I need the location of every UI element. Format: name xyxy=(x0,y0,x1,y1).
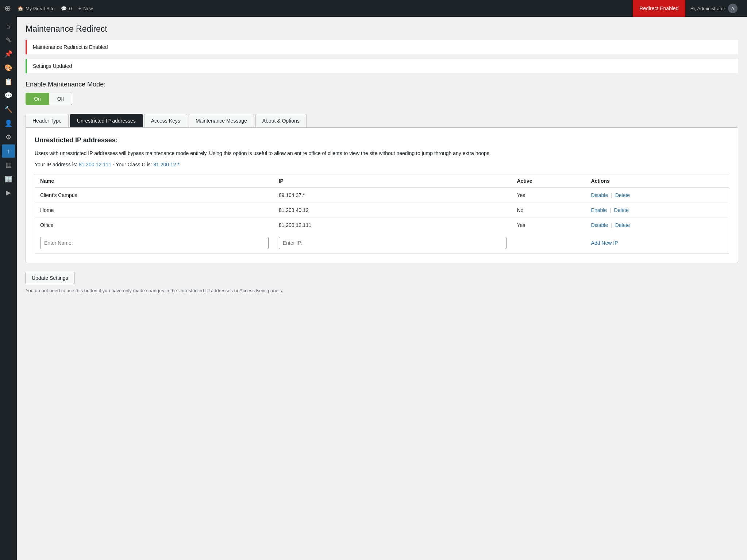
site-name-link[interactable]: 🏠 My Great Site xyxy=(18,6,54,11)
tab-access-keys[interactable]: Access Keys xyxy=(144,114,187,127)
toggle-group: On Off xyxy=(26,93,738,105)
action-disable-link[interactable]: Disable xyxy=(591,192,608,198)
comment-icon: 💬 xyxy=(61,6,67,11)
comments-count: 0 xyxy=(69,6,72,11)
row-active: Yes xyxy=(512,218,586,233)
new-label: New xyxy=(83,6,93,11)
sidebar-item-building[interactable]: 🏢 xyxy=(2,172,15,185)
add-new-ip-button[interactable]: Add New IP xyxy=(591,240,618,246)
table-row: Office81.200.12.111YesDisable | Delete xyxy=(35,218,729,233)
sidebar: ⌂ ✎ 📌 🎨 📋 💬 🔨 👤 ⚙ ↑ ▦ 🏢 ▶ xyxy=(0,17,17,560)
class-c-link[interactable]: 81.200.12.* xyxy=(153,162,180,167)
row-actions: Disable | Delete xyxy=(586,218,729,233)
avatar: A xyxy=(728,4,738,13)
add-ip-row: Add New IP xyxy=(35,232,729,254)
table-row: Client's Campus89.104.37.*YesDisable | D… xyxy=(35,188,729,203)
tab-panel: Unrestricted IP addresses: Users with un… xyxy=(26,127,738,263)
action-delete-link[interactable]: Delete xyxy=(614,207,629,213)
ip-table: Name IP Active Actions Client's Campus89… xyxy=(35,174,729,254)
sidebar-item-customize[interactable]: 🎨 xyxy=(2,61,15,74)
action-enable-link[interactable]: Enable xyxy=(591,207,607,213)
action-disable-link[interactable]: Disable xyxy=(591,222,608,228)
add-new-cell: Add New IP xyxy=(586,232,729,254)
update-note: You do not need to use this button if yo… xyxy=(26,288,738,293)
table-header-row: Name IP Active Actions xyxy=(35,174,729,188)
comments-link[interactable]: 💬 0 xyxy=(61,6,72,11)
new-content-link[interactable]: + New xyxy=(78,6,93,11)
site-name: My Great Site xyxy=(26,6,54,11)
action-delete-link[interactable]: Delete xyxy=(615,192,630,198)
action-delete-link[interactable]: Delete xyxy=(615,222,630,228)
sidebar-item-play[interactable]: ▶ xyxy=(2,186,15,199)
toggle-on-button[interactable]: On xyxy=(26,93,49,105)
sidebar-item-users[interactable]: 👤 xyxy=(2,117,15,130)
add-active-cell xyxy=(512,232,586,254)
tab-maintenance-message[interactable]: Maintenance Message xyxy=(189,114,254,127)
sidebar-item-pin[interactable]: 📌 xyxy=(2,47,15,61)
plus-icon: + xyxy=(78,6,81,11)
col-actions: Actions xyxy=(586,174,729,188)
page-title: Maintenance Redirect xyxy=(26,24,738,34)
current-ip-link[interactable]: 81.200.12.111 xyxy=(79,162,112,167)
update-settings-button[interactable]: Update Settings xyxy=(26,272,74,284)
redirect-enabled-button[interactable]: Redirect Enabled xyxy=(633,0,685,17)
col-active: Active xyxy=(512,174,586,188)
col-ip: IP xyxy=(274,174,512,188)
row-active: No xyxy=(512,203,586,218)
admin-menu[interactable]: Hi, Administrator A xyxy=(685,0,743,17)
row-name: Client's Campus xyxy=(35,188,274,203)
content-area: Maintenance Redirect Maintenance Redirec… xyxy=(17,17,747,560)
topbar: ⊕ 🏠 My Great Site 💬 0 + New Redirect Ena… xyxy=(0,0,747,17)
sidebar-item-analytics[interactable]: ▦ xyxy=(2,158,15,171)
success-notice: Settings Updated xyxy=(26,59,738,73)
sidebar-item-redirect[interactable]: ↑ xyxy=(2,144,15,158)
name-input-cell xyxy=(35,232,274,254)
main-layout: ⌂ ✎ 📌 🎨 📋 💬 🔨 👤 ⚙ ↑ ▦ 🏢 ▶ Maintenance Re… xyxy=(0,17,747,560)
sidebar-item-pages[interactable]: 📋 xyxy=(2,75,15,88)
row-ip: 81.203.40.12 xyxy=(274,203,512,218)
table-row: Home81.203.40.12NoEnable | Delete xyxy=(35,203,729,218)
topbar-right: Redirect Enabled Hi, Administrator A xyxy=(633,0,743,17)
sidebar-item-settings[interactable]: ⚙ xyxy=(2,131,15,144)
sidebar-item-comments[interactable]: 💬 xyxy=(2,89,15,102)
error-notice: Maintenance Redirect is Enabled xyxy=(26,40,738,54)
sidebar-item-posts[interactable]: ✎ xyxy=(2,34,15,47)
enable-maintenance-label: Enable Maintenance Mode: xyxy=(26,81,738,88)
ip-input-cell xyxy=(274,232,512,254)
tab-header-type[interactable]: Header Type xyxy=(26,114,69,127)
hi-admin-label: Hi, Administrator xyxy=(690,6,725,11)
ip-input[interactable] xyxy=(279,237,507,249)
topbar-left: ⊕ 🏠 My Great Site 💬 0 + New xyxy=(4,4,633,13)
panel-description: Users with unrestricted IP addresses wil… xyxy=(35,149,729,157)
action-separator: | xyxy=(609,192,613,198)
action-separator: | xyxy=(608,207,612,213)
home-icon: 🏠 xyxy=(18,6,23,11)
action-separator: | xyxy=(609,222,613,228)
tabs-container: Header Type Unrestricted IP addresses Ac… xyxy=(26,114,738,127)
row-actions: Enable | Delete xyxy=(586,203,729,218)
row-active: Yes xyxy=(512,188,586,203)
col-name: Name xyxy=(35,174,274,188)
tab-about-options[interactable]: About & Options xyxy=(255,114,307,127)
ip-address-line: Your IP address is: 81.200.12.111 - Your… xyxy=(35,162,729,167)
wordpress-logo-icon: ⊕ xyxy=(4,4,11,13)
toggle-off-button[interactable]: Off xyxy=(49,93,72,105)
sidebar-item-dashboard[interactable]: ⌂ xyxy=(2,20,15,33)
class-c-prefix: - Your Class C is: xyxy=(111,162,153,167)
name-input[interactable] xyxy=(40,237,269,249)
row-name: Office xyxy=(35,218,274,233)
row-ip: 81.200.12.111 xyxy=(274,218,512,233)
panel-title: Unrestricted IP addresses: xyxy=(35,136,729,144)
row-name: Home xyxy=(35,203,274,218)
row-actions: Disable | Delete xyxy=(586,188,729,203)
ip-prefix: Your IP address is: xyxy=(35,162,79,167)
tab-unrestricted-ip[interactable]: Unrestricted IP addresses xyxy=(70,114,143,127)
row-ip: 89.104.37.* xyxy=(274,188,512,203)
sidebar-item-appearance[interactable]: 🔨 xyxy=(2,103,15,116)
update-section: Update Settings You do not need to use t… xyxy=(26,272,738,293)
